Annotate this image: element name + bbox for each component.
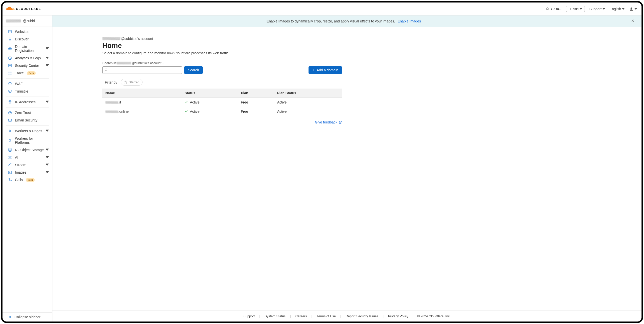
chevron-down-icon [46,163,49,167]
sidebar-item-trace[interactable]: Trace Beta [2,69,52,77]
account-suffix: @cubbit.io's account [121,37,153,41]
table-row[interactable]: .online Active Free Active [102,107,342,116]
account-switcher[interactable]: @cubbi... [2,15,52,26]
search-button[interactable]: Search [184,66,203,74]
footer-link[interactable]: Privacy Policy [388,314,408,318]
goto-label: Go to... [551,7,562,11]
language-dropdown[interactable]: English [610,7,624,11]
beta-badge: Beta [26,178,35,182]
table-header: Plan Status [274,88,342,98]
footer-link[interactable]: System Status [264,314,286,318]
user-menu[interactable] [629,7,637,11]
cell-plan: Free [238,107,274,116]
sidebar-item-workers-for-platforms[interactable]: Workers for Platforms [2,135,52,146]
support-dropdown[interactable]: Support [589,7,605,11]
chevron-down-icon [622,8,624,10]
add-domain-label: Add a domain [317,68,338,72]
cloudflare-logo[interactable]: CLOUDFLARE [6,6,41,12]
sidebar-item-websites[interactable]: Websites [2,28,52,35]
search-icon [546,7,550,11]
analytics-icon [8,56,12,60]
banner-close-button[interactable] [630,18,636,24]
domain-search-input[interactable] [110,68,180,72]
copyright: © 2024 Cloudflare, Inc. [417,314,450,318]
redacted-text [105,101,118,104]
svg-point-0 [546,7,548,9]
add-dropdown[interactable]: Add [566,6,585,12]
sidebar-item-label: Websites [15,30,29,34]
chevron-down-icon [46,100,49,104]
account-name: @cubbi... [23,19,38,23]
sidebar-item-email-security[interactable]: Email Security [2,116,52,124]
footer-link[interactable]: Report Security Issues [346,314,378,318]
ai-icon [8,155,12,159]
sidebar-item-label: Turnstile [15,89,28,93]
page-title: Home [102,42,342,50]
table-row[interactable]: .it Active Free Active [102,98,342,107]
goto-button[interactable]: Go to... [546,7,562,11]
table-header: Status [182,88,238,98]
trace-icon [8,71,12,75]
external-link-icon [339,121,342,124]
footer-link[interactable]: Terms of Use [317,314,336,318]
svg-point-9 [9,74,10,75]
sidebar-item-discover[interactable]: Discover [2,35,52,43]
domain-search-box[interactable] [102,66,182,74]
sidebar-item-security-center[interactable]: Security Center [2,62,52,69]
sidebar-item-waf[interactable]: WAF [2,80,52,87]
chevron-down-icon [634,8,637,10]
stream-icon [8,163,12,167]
chevron-down-icon [46,47,49,51]
bulb-icon [8,37,12,41]
support-label: Support [589,7,602,11]
svg-point-7 [9,72,10,73]
collapse-sidebar-button[interactable]: Collapse sidebar [2,312,52,322]
chevron-down-icon [46,155,49,159]
plus-icon [569,7,572,10]
sidebar-item-zero-trust[interactable]: Zero Trust [2,109,52,116]
table-header: Plan [238,88,274,98]
footer-link[interactable]: Support [243,314,255,318]
footer: Support|System Status|Careers|Terms of U… [52,311,642,322]
brand-word: CLOUDFLARE [16,7,41,11]
sidebar-item-analytics-logs[interactable]: Analytics & Logs [2,54,52,62]
waf-icon [8,82,12,86]
sidebar-item-ip-addresses[interactable]: IP Addresses [2,98,52,106]
svg-point-8 [11,72,12,73]
feedback-row: Give feedback [102,120,342,124]
sidebar-item-images[interactable]: Images [2,169,52,176]
user-icon [629,7,634,11]
sidebar-item-r2-object-storage[interactable]: R2 Object Storage [2,146,52,154]
calls-icon [8,178,12,182]
footer-link[interactable]: Careers [295,314,307,318]
search-label-prefix: Search in [102,61,116,65]
svg-point-14 [9,148,12,149]
cell-status: Active [182,107,238,116]
workers-icon [8,129,12,133]
sidebar-item-calls[interactable]: Calls Beta [2,176,52,184]
star-icon [124,81,127,84]
svg-point-1 [630,7,632,9]
sidebar-item-label: Domain Registration [15,45,46,53]
chevron-down-icon [46,170,49,174]
chevron-down-icon [46,148,49,152]
give-feedback-link[interactable]: Give feedback [315,120,342,124]
filter-starred-chip[interactable]: Starred [121,79,143,85]
cell-status: Active [182,98,238,107]
sidebar-item-stream[interactable]: Stream [2,161,52,169]
add-domain-button[interactable]: Add a domain [308,66,342,74]
images-banner: Enable Images to dynamically crop, resiz… [52,15,642,27]
svg-rect-13 [8,119,12,121]
banner-enable-link[interactable]: Enable Images [398,19,421,23]
table-header: Name [102,88,182,98]
svg-point-23 [105,69,107,71]
sidebar-item-label: AI [15,155,18,159]
sidebar-item-label: Email Security [15,118,37,122]
images-icon [8,170,12,174]
sidebar-item-ai[interactable]: AI [2,154,52,161]
sidebar-item-domain-registration[interactable]: Domain Registration [2,43,52,54]
add-label: Add [573,7,578,11]
redacted-text [116,62,131,64]
sidebar-item-turnstile[interactable]: Turnstile [2,87,52,95]
sidebar-item-workers-pages[interactable]: Workers & Pages [2,127,52,135]
